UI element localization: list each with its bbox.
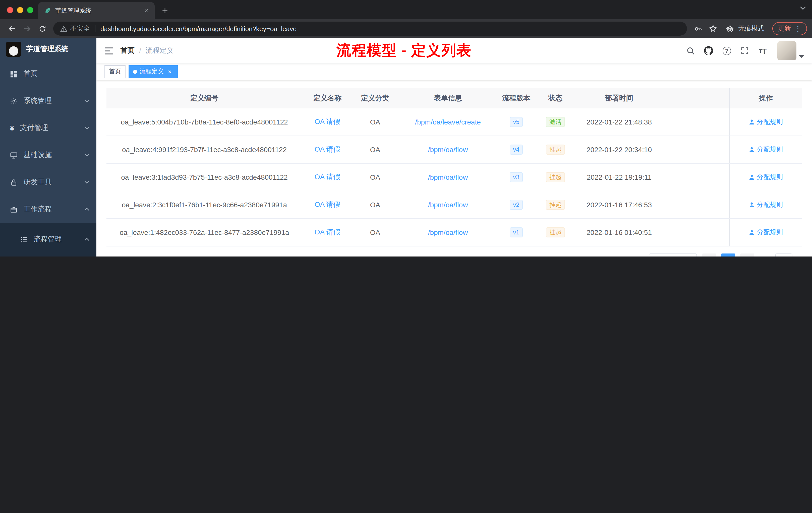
form-link[interactable]: /bpm/oa/leave/create bbox=[415, 118, 481, 126]
sidebar-item-process-management[interactable]: 流程管理 bbox=[0, 227, 96, 252]
avatar[interactable] bbox=[777, 41, 796, 60]
definition-name-link[interactable]: OA 请假 bbox=[315, 228, 341, 237]
definition-name-link[interactable]: OA 请假 bbox=[315, 117, 341, 126]
fullscreen-icon[interactable] bbox=[738, 44, 751, 57]
address-bar[interactable]: 不安全 dashboard.yudao.iocoder.cn/bpm/manag… bbox=[53, 22, 687, 36]
back-icon[interactable] bbox=[5, 22, 19, 36]
next-page-button[interactable]: › bbox=[740, 253, 754, 256]
close-window-button[interactable] bbox=[7, 7, 13, 13]
assign-rule-link[interactable]: 分配规则 bbox=[749, 228, 783, 237]
sidebar-item-label: 基础设施 bbox=[24, 151, 78, 160]
table-row: oa_leave:4:991f2193-7b7f-11ec-a3c8-acde4… bbox=[107, 136, 802, 163]
breadcrumb-home[interactable]: 首页 bbox=[120, 46, 135, 55]
status-badge: 挂起 bbox=[546, 200, 565, 210]
goto-page: 前往 页 bbox=[759, 253, 802, 256]
sidebar-item-home[interactable]: 首页 bbox=[0, 60, 96, 87]
goto-label: 前往 bbox=[759, 256, 772, 256]
help-icon[interactable]: ? bbox=[720, 44, 733, 57]
workflow-submenu: 流程管理 流程表单 用户分组 bbox=[0, 223, 96, 256]
minimize-window-button[interactable] bbox=[17, 7, 23, 13]
sidebar-item-process-form[interactable]: 流程表单 bbox=[0, 252, 96, 256]
sidebar-item-system[interactable]: 系统管理 bbox=[0, 87, 96, 115]
deploy-time: 2022-01-22 21:48:38 bbox=[577, 109, 662, 135]
prev-page-button[interactable]: ‹ bbox=[702, 253, 716, 256]
user-icon bbox=[749, 202, 755, 208]
user-menu[interactable] bbox=[777, 41, 804, 60]
form-link[interactable]: /bpm/oa/flow bbox=[428, 229, 468, 236]
chevron-down-icon bbox=[84, 99, 89, 102]
goto-unit: 页 bbox=[795, 256, 802, 256]
page-size-select[interactable]: 10条/页 bbox=[649, 253, 697, 256]
assign-rule-label: 分配规则 bbox=[757, 145, 783, 154]
definition-table: 定义编号 定义名称 定义分类 表单信息 流程版本 状态 部署时间 操作 oa_l… bbox=[107, 88, 802, 246]
definition-name-link[interactable]: OA 请假 bbox=[315, 200, 341, 209]
assign-rule-link[interactable]: 分配规则 bbox=[749, 145, 783, 154]
goto-page-input[interactable] bbox=[775, 253, 792, 256]
browser-tab-strip: 芋道管理系统 bbox=[0, 0, 812, 19]
assign-rule-link[interactable]: 分配规则 bbox=[749, 173, 783, 182]
row-filler bbox=[662, 191, 729, 218]
tag-close-icon[interactable]: × bbox=[166, 68, 173, 75]
definition-id: oa_leave:1:482ec033-762a-11ec-8477-a2380… bbox=[107, 219, 302, 246]
definition-name-link[interactable]: OA 请假 bbox=[315, 173, 341, 182]
form-link[interactable]: /bpm/oa/flow bbox=[428, 201, 468, 209]
form-link[interactable]: /bpm/oa/flow bbox=[428, 146, 468, 154]
security-label[interactable]: 不安全 bbox=[70, 24, 90, 33]
zoom-window-button[interactable] bbox=[27, 7, 33, 13]
new-tab-button[interactable] bbox=[158, 3, 172, 18]
row-filler bbox=[662, 109, 729, 135]
sidebar-toggle-icon[interactable] bbox=[105, 47, 114, 55]
breadcrumb-current: 流程定义 bbox=[146, 46, 174, 55]
col-header: 定义名称 bbox=[302, 88, 352, 109]
deploy-time: 2022-01-16 01:40:51 bbox=[577, 219, 662, 246]
font-size-icon[interactable]: TT bbox=[756, 44, 769, 57]
col-header: 定义分类 bbox=[352, 88, 398, 109]
tag-home[interactable]: 首页 bbox=[105, 65, 125, 78]
assign-rule-link[interactable]: 分配规则 bbox=[749, 200, 783, 209]
browser-tab[interactable]: 芋道管理系统 bbox=[38, 2, 155, 19]
not-secure-icon bbox=[60, 25, 67, 32]
assign-rule-label: 分配规则 bbox=[757, 173, 783, 182]
kebab-menu-icon[interactable]: ⋮ bbox=[794, 25, 802, 32]
lock-icon bbox=[10, 178, 18, 186]
briefcase-icon bbox=[10, 206, 18, 213]
github-icon[interactable] bbox=[702, 44, 715, 57]
definition-id: oa_leave:4:991f2193-7b7f-11ec-a3c8-acde4… bbox=[107, 136, 302, 163]
col-header: 定义编号 bbox=[107, 88, 302, 109]
password-key-icon[interactable] bbox=[691, 22, 705, 36]
tags-view: 首页 流程定义 × bbox=[96, 63, 812, 80]
sidebar-item-workflow[interactable]: 工作流程 bbox=[0, 196, 96, 223]
active-dot bbox=[133, 69, 137, 73]
sidebar-item-devtools[interactable]: 研发工具 bbox=[0, 169, 96, 196]
bookmark-star-icon[interactable] bbox=[706, 22, 720, 36]
tag-label: 流程定义 bbox=[140, 67, 164, 76]
definition-category: OA bbox=[352, 191, 398, 218]
definition-id: oa_leave:3:1fad3d93-7b75-11ec-a3c8-acde4… bbox=[107, 163, 302, 191]
version-badge: v1 bbox=[510, 228, 523, 237]
logo-avatar bbox=[6, 42, 21, 57]
screen: 芋道管理系统 不安全 dashboard.yudao.ioc bbox=[0, 0, 812, 256]
reload-icon[interactable] bbox=[35, 22, 49, 36]
table-row: oa_leave:1:482ec033-762a-11ec-8477-a2380… bbox=[107, 219, 802, 246]
incognito-label: 无痕模式 bbox=[738, 24, 764, 33]
assign-rule-link[interactable]: 分配规则 bbox=[749, 117, 783, 126]
sidebar-item-payment[interactable]: ¥ 支付管理 bbox=[0, 115, 96, 142]
tag-process-definition[interactable]: 流程定义 × bbox=[128, 65, 178, 78]
form-link[interactable]: /bpm/oa/flow bbox=[428, 173, 468, 181]
list-icon bbox=[20, 236, 28, 243]
navbar-right-tools: ? TT bbox=[684, 41, 804, 60]
forward-icon[interactable] bbox=[20, 22, 34, 36]
browser-menu-update-button[interactable]: 更新 ⋮ bbox=[772, 22, 807, 35]
sidebar-item-infrastructure[interactable]: 基础设施 bbox=[0, 142, 96, 169]
sidebar-logo[interactable]: 芋道管理系统 bbox=[0, 38, 96, 60]
page-number-button[interactable]: 1 bbox=[721, 253, 735, 256]
definition-name-link[interactable]: OA 请假 bbox=[315, 145, 341, 154]
tab-close-icon[interactable] bbox=[142, 6, 151, 15]
user-icon bbox=[749, 230, 755, 235]
search-icon[interactable] bbox=[684, 44, 697, 57]
sidebar-item-label: 首页 bbox=[24, 69, 89, 78]
definition-id: oa_leave:5:004b710b-7b8a-11ec-8ef0-acde4… bbox=[107, 109, 302, 135]
url-text[interactable]: dashboard.yudao.iocoder.cn/bpm/manager/d… bbox=[100, 25, 296, 32]
definition-category: OA bbox=[352, 163, 398, 191]
tab-search-icon[interactable] bbox=[800, 6, 806, 10]
